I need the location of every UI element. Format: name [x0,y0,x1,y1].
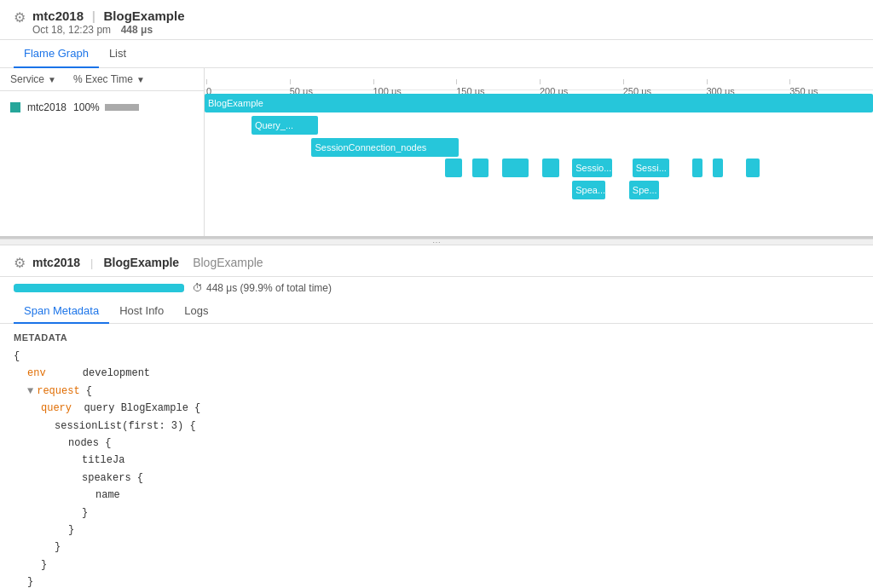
service-column-headers: Service ▼ % Exec Time ▼ [0,68,204,91]
exec-col-text: % Exec Time [73,73,133,85]
service-rows: mtc2018 100% [0,91,204,118]
span-block[interactable]: Spea... [572,181,605,199]
exec-bar [105,104,139,111]
span-block[interactable]: Spe... [629,181,659,199]
span-block[interactable]: SessionConnection_nodes [311,138,458,157]
span-block[interactable] [472,159,489,177]
drag-handle-icon: ⋯ [432,238,441,247]
metadata-line-5: titleJa [14,452,859,469]
metadata-open-brace: { [14,348,859,365]
header-meta: Oct 18, 12:23 pm 448 μs [32,23,185,36]
metadata-line-10: } [14,539,859,556]
detail-tabs-bar: Span Metadata Host Info Logs [0,299,873,324]
service-name: mtc2018 [27,101,66,113]
bottom-header: ⚙ mtc2018 | BlogExample BlogExample [0,245,873,277]
tab-span-metadata[interactable]: Span Metadata [14,299,109,324]
clock-icon: ⏱ [193,282,203,294]
header-text: mtc2018 | BlogExample Oct 18, 12:23 pm 4… [32,9,185,36]
metadata-query-row: query query BlogExample { [14,400,859,417]
trace-operation-name: BlogExample [104,9,185,23]
collapse-icon[interactable]: ▼ [27,385,33,397]
span-block[interactable]: Sessio... [572,159,612,177]
progress-row: ⏱ 448 μs (99.9% of total time) [0,277,873,299]
metadata-line-3: sessionList(first: 3) { [14,418,859,435]
span-block[interactable] [502,159,529,177]
bottom-gear-icon: ⚙ [14,255,26,271]
metadata-line-8: } [14,504,859,522]
main-tabs-bar: Flame Graph List [0,40,873,68]
exec-percent: 100% [73,101,100,113]
duration-text: 448 μs (99.9% of total time) [206,282,332,294]
metadata-label: METADATA [14,332,859,343]
exec-column-label: % Exec Time ▼ [73,73,145,85]
trace-service-name: mtc2018 [32,9,84,23]
trace-date: Oct 18, 12:23 pm [32,24,111,36]
span-block[interactable]: Sessi... [633,159,669,177]
bottom-operation-name: BlogExample [103,256,179,269]
span-progress-bar [14,284,184,292]
service-color-swatch [10,102,20,112]
tab-list[interactable]: List [99,40,136,68]
span-block[interactable] [445,159,462,177]
tab-logs[interactable]: Logs [174,299,218,324]
flame-canvas: BlogExampleQuery_...SessionConnection_no… [205,90,873,236]
trace-duration: 448 μs [121,24,153,36]
metadata-line-6: speakers { [14,470,859,487]
drag-handle[interactable]: ⋯ [0,239,873,245]
bottom-service-name: mtc2018 [32,256,80,269]
header-title: mtc2018 | BlogExample [32,9,185,23]
span-block[interactable] [692,159,702,177]
service-row: mtc2018 100% [10,101,194,113]
metadata-line-11: } [14,556,859,574]
metadata-line-7: name [14,487,859,504]
timeline-panel: 050 μs100 μs150 μs200 μs250 μs300 μs350 … [205,68,873,236]
metadata-line-4: nodes { [14,435,859,452]
metadata-line-9: } [14,522,859,539]
metadata-body: { env development ▼request { query query… [14,348,859,588]
exec-dropdown-icon[interactable]: ▼ [136,75,145,84]
service-panel: Service ▼ % Exec Time ▼ mtc2018 100% [0,68,205,236]
timeline-ruler: 050 μs100 μs150 μs200 μs250 μs300 μs350 … [205,68,873,90]
top-header: ⚙ mtc2018 | BlogExample Oct 18, 12:23 pm… [0,0,873,40]
metadata-line-12: } [14,574,859,588]
tab-host-info[interactable]: Host Info [109,299,174,324]
metadata-section: METADATA { env development ▼request { qu… [0,324,873,588]
span-block[interactable] [713,159,723,177]
bottom-section: ⚙ mtc2018 | BlogExample BlogExample ⏱ 44… [0,245,873,588]
flame-graph-section: Service ▼ % Exec Time ▼ mtc2018 100% 050… [0,68,873,239]
span-block[interactable] [542,159,559,177]
gear-icon: ⚙ [14,9,26,26]
metadata-env-row: env development [14,365,859,382]
span-progress-fill [14,284,184,292]
span-block[interactable]: Query_... [251,116,318,135]
tab-flame-graph[interactable]: Flame Graph [14,40,99,68]
metadata-request-row: ▼request { [14,383,859,400]
service-col-text: Service [10,73,44,85]
progress-label: ⏱ 448 μs (99.9% of total time) [193,282,332,294]
span-block[interactable]: BlogExample [205,94,873,112]
service-dropdown-icon[interactable]: ▼ [48,75,56,84]
bottom-span-name: BlogExample [193,256,263,269]
pct-bar-container: 100% [73,101,139,113]
span-block[interactable] [746,159,760,177]
service-column-label: Service ▼ [10,73,56,85]
